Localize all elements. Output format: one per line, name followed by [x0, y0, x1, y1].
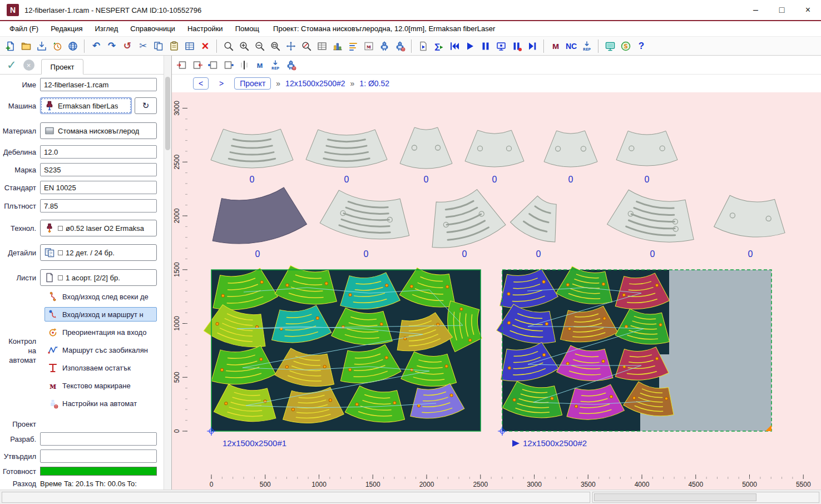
- name-input[interactable]: [40, 78, 157, 91]
- technology-button[interactable]: ø0.52 laser O2 Ermaksa: [40, 220, 157, 236]
- play-button[interactable]: [462, 38, 478, 54]
- menu-references[interactable]: Справочници: [124, 22, 181, 35]
- license-button[interactable]: S: [618, 38, 634, 54]
- part-thumbnail[interactable]: [400, 127, 452, 169]
- io-end-view-button[interactable]: [190, 57, 205, 72]
- stop-button[interactable]: [509, 38, 525, 54]
- copy-button[interactable]: [151, 38, 166, 54]
- zoom-window-button[interactable]: [268, 38, 283, 54]
- web-update-button[interactable]: [65, 38, 81, 54]
- sheet-1-label[interactable]: 12x1500x2500#1: [222, 438, 286, 448]
- rep-export-button[interactable]: REP: [579, 38, 595, 54]
- rep-view-button[interactable]: REP: [268, 57, 283, 72]
- machine-button[interactable]: Ermaksan fiberLas: [40, 97, 132, 114]
- option-automation-settings[interactable]: Настройки на автомат: [44, 396, 157, 411]
- breadcrumb-project-button[interactable]: Проект: [234, 77, 271, 90]
- maximize-button[interactable]: □: [769, 0, 795, 20]
- material-button[interactable]: Стомана нисковъглерод: [40, 122, 157, 139]
- nav-back-button[interactable]: <: [193, 77, 209, 90]
- pause-button[interactable]: [478, 38, 493, 54]
- to-end-button[interactable]: [525, 38, 540, 54]
- menu-file[interactable]: Файл (F): [3, 22, 44, 35]
- new-project-button[interactable]: [3, 38, 18, 54]
- minimize-button[interactable]: –: [743, 0, 769, 20]
- option-usable-remnant[interactable]: Използваем остатък: [44, 360, 157, 375]
- menu-settings[interactable]: Настройки: [181, 22, 229, 35]
- menu-edit[interactable]: Редакция: [44, 22, 88, 35]
- option-io-and-route[interactable]: Вход/изход и маршрут н: [44, 307, 157, 322]
- breadcrumb-tool[interactable]: 1: Ø0.52: [359, 79, 389, 88]
- sheets-button[interactable]: 1 асорт. [2/2] бр.: [40, 269, 157, 286]
- table-view-button[interactable]: [314, 38, 330, 54]
- horizontal-scrollbar[interactable]: [592, 492, 819, 503]
- part-thumbnail[interactable]: [319, 188, 414, 244]
- standard-input[interactable]: [40, 181, 157, 194]
- part-thumbnail[interactable]: [420, 185, 508, 255]
- thickness-input[interactable]: [40, 145, 157, 159]
- sheet-2-view[interactable]: [495, 265, 771, 436]
- horizontal-scrollbar-thumb[interactable]: [594, 493, 756, 501]
- part-thumbnail[interactable]: [508, 190, 569, 246]
- nav-forward-button[interactable]: >: [214, 78, 229, 89]
- text-frame-button[interactable]: м: [361, 38, 377, 54]
- menu-help[interactable]: Помощ: [229, 22, 265, 35]
- to-start-button[interactable]: [447, 38, 462, 54]
- pan-button[interactable]: [283, 38, 299, 54]
- sheet-2-label[interactable]: 12x1500x2500#2: [523, 438, 587, 448]
- nesting-viewport[interactable]: 0500100015002000250030003500400045005000…: [172, 92, 821, 490]
- context-help-button[interactable]: ?: [634, 38, 649, 54]
- paste-button[interactable]: [166, 38, 182, 54]
- tab-project[interactable]: Проект: [41, 59, 84, 75]
- chart-stats-button[interactable]: [345, 38, 361, 54]
- menu-view[interactable]: Изглед: [88, 22, 124, 35]
- open-project-button[interactable]: [18, 38, 34, 54]
- simulation-report-button[interactable]: [416, 38, 431, 54]
- redo-button[interactable]: ↷: [104, 38, 120, 54]
- save-project-button[interactable]: [34, 38, 50, 54]
- insert-table-button[interactable]: [182, 38, 197, 54]
- automation-view-settings-button[interactable]: [283, 57, 299, 72]
- cut-button[interactable]: ✂: [135, 38, 151, 54]
- panel-scrollbar[interactable]: [164, 56, 171, 490]
- history-button[interactable]: [50, 38, 65, 54]
- io-point-view-button[interactable]: [205, 57, 221, 72]
- option-io-after-each[interactable]: Вход/изход след всеки де: [44, 289, 157, 304]
- nesting-settings-button[interactable]: [392, 38, 408, 54]
- details-button[interactable]: 12 дет. / 24 бр.: [40, 244, 157, 261]
- close-button[interactable]: ×: [795, 0, 821, 20]
- part-thumbnail[interactable]: [544, 131, 597, 167]
- monitoring-button[interactable]: [602, 38, 618, 54]
- time-calculation-button[interactable]: ∑: [431, 38, 447, 54]
- nc-code-button[interactable]: NC: [563, 38, 579, 54]
- option-reorient-io[interactable]: Преориентация на входо: [44, 325, 157, 339]
- auto-nesting-button[interactable]: [377, 38, 392, 54]
- part-thumbnail[interactable]: [713, 194, 788, 240]
- zoom-settings-button[interactable]: [299, 38, 314, 54]
- grade-input[interactable]: [40, 163, 157, 176]
- option-text-marking[interactable]: мТекстово маркиране: [44, 378, 157, 393]
- marking-view-button[interactable]: м: [252, 57, 268, 72]
- find-button[interactable]: [221, 38, 236, 54]
- breadcrumb-sheet[interactable]: 12x1500x2500#2: [285, 79, 345, 88]
- part-thumbnail[interactable]: [465, 130, 524, 167]
- sheet-1-view[interactable]: [202, 264, 483, 436]
- panel-scrollbar-thumb[interactable]: [165, 77, 170, 150]
- cancel-circle-icon[interactable]: ×: [23, 60, 34, 71]
- io-start-view-button[interactable]: [174, 57, 190, 72]
- io-route-view-button[interactable]: [221, 57, 236, 72]
- part-thumbnail[interactable]: [206, 185, 309, 250]
- zoom-in-button[interactable]: [236, 38, 252, 54]
- screen-simulation-button[interactable]: [493, 38, 509, 54]
- zoom-out-button[interactable]: [252, 38, 268, 54]
- density-input[interactable]: [40, 199, 157, 213]
- approved-input[interactable]: [40, 449, 157, 463]
- part-thumbnail[interactable]: [606, 187, 700, 248]
- undo-button[interactable]: ↶: [88, 38, 104, 54]
- delete-button[interactable]: ×: [197, 38, 213, 54]
- option-route-avoidance[interactable]: Маршрут със заобикалян: [44, 343, 157, 357]
- part-thumbnail[interactable]: [616, 131, 677, 166]
- machine-reload-button[interactable]: ↻: [135, 97, 157, 114]
- undo-all-button[interactable]: ↺: [120, 38, 135, 54]
- part-thumbnail[interactable]: [211, 129, 293, 168]
- text-marking-button[interactable]: м: [548, 38, 563, 54]
